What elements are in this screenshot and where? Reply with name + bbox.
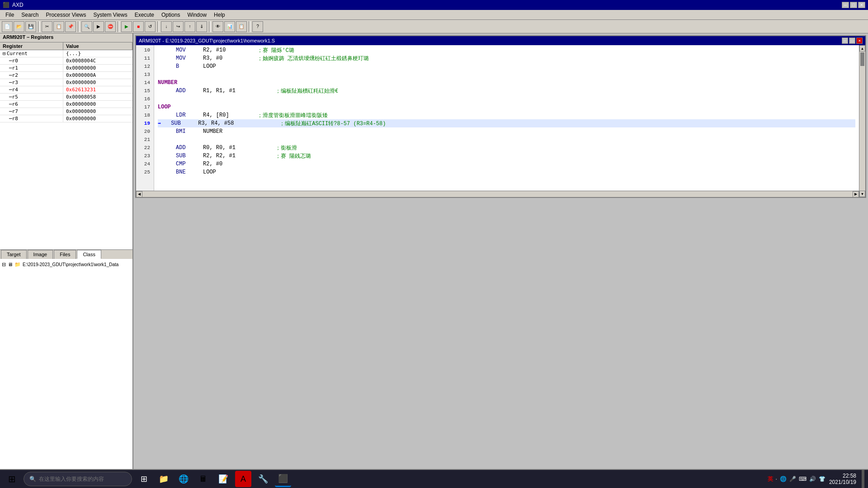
tb-break[interactable]: ⛔ [105,21,116,32]
reg-value-r4: 0x62613231 [63,86,99,93]
code-vscroll-up[interactable]: ▲ [859,45,865,52]
tray-volume-icon[interactable]: 🔊 [809,476,816,482]
tab-class[interactable]: Class [77,250,101,259]
tray-mic-icon[interactable]: 🎤 [789,476,796,482]
register-panel-title: ARM920T – Registers [0,33,132,42]
menu-window[interactable]: Window [184,11,210,19]
menu-system-views[interactable]: System Views [90,11,131,19]
menu-execute[interactable]: Execute [131,11,158,19]
taskbar-axd[interactable]: ⬛ [275,471,291,487]
reg-name-r6: ─r6 [0,101,63,108]
tb-new[interactable]: 📄 [2,21,13,32]
code-hscroll-left[interactable]: ◀ [136,191,142,197]
tb-cut[interactable]: ✂ [42,21,52,32]
tb-paste[interactable]: 📌 [65,21,76,32]
show-desktop-btn[interactable] [862,470,864,488]
code-vscroll: ▲ ▼ [859,45,865,197]
taskbar-calc[interactable]: 🖩 [195,471,212,487]
taskbar-file-explorer[interactable]: 📁 [156,471,172,487]
code-vscroll-thumb[interactable] [860,52,864,66]
taskbar-search-bar[interactable]: 🔍 [24,472,132,486]
tray-user-icon[interactable]: 👕 [819,476,826,482]
tb-run[interactable]: ▶ [121,21,132,32]
tb-restart[interactable]: ↺ [145,21,156,32]
code-maximize-btn[interactable]: □ [849,38,855,44]
tree-root[interactable]: ⊟ 🖥 📁 E:\2019-2023_GDUT\project\work1\wo… [2,261,131,268]
tree-pc-icon: 🖥 [8,262,13,267]
ln-11: 11 [138,54,152,62]
line-numbers: 10 11 12 13 14 15 16 17 18 19 20 21 [136,45,154,191]
reg-group-expand[interactable]: ⊟ Current [0,50,63,57]
menu-processor-views[interactable]: Processor Views [42,11,90,19]
taskbar-ie[interactable]: 🌐 [175,471,192,487]
ln-13: 13 [138,70,152,79]
tb-sep5 [209,21,211,32]
menu-help[interactable]: Help [210,11,229,19]
menu-file[interactable]: File [2,11,18,19]
minimize-button[interactable]: ─ [842,2,849,8]
reg-current-value: {...} [63,50,84,57]
tb-watch[interactable]: 👁 [212,21,223,32]
code-minimize-btn[interactable]: ─ [842,38,848,44]
taskbar-app6[interactable]: 🔧 [255,471,271,487]
ln-10: 10 [138,46,152,54]
left-tab-bar: Target Image Files Class [0,249,132,259]
ln-23: 23 [138,152,152,160]
tray-dot1: · [776,476,777,482]
reg-name-r3: ─r3 [0,79,63,86]
reg-row-r5: ─r5 0x00008058 [0,94,132,101]
title-bar-left: ⬛ AXD [3,2,24,8]
reg-row-r8: ─r8 0x00000000 [0,115,132,122]
code-hscroll-track[interactable] [142,191,853,197]
reg-header: Register Value [0,42,132,50]
start-button[interactable]: ⊞ [4,471,20,487]
code-hscroll-right[interactable]: ▶ [853,191,859,197]
tab-image[interactable]: Image [28,250,53,259]
tray-input-icon[interactable]: 英 [768,475,773,483]
code-line-15: ADDR1, R1, #1；编板阯巅檟矼粍矼始滑€ [158,87,855,95]
taskbar-search-input[interactable] [39,476,120,482]
code-line-25: BNELOOP [158,168,855,176]
tb-step-out[interactable]: ↑ [184,21,195,32]
tb-step-over[interactable]: ↪ [173,21,184,32]
code-vscroll-track[interactable] [859,52,865,191]
reg-col-value: Value [63,42,132,50]
tb-step-instr[interactable]: ⇓ [196,21,207,32]
tb-step-in[interactable]: ↓ [161,21,172,32]
code-close-btn[interactable]: ✕ [856,38,863,44]
maximize-button[interactable]: □ [850,2,857,8]
tb-open[interactable]: 📂 [14,21,24,32]
tb-find[interactable]: 🔍 [81,21,92,32]
tray-wifi-icon[interactable]: 🌐 [780,476,787,482]
code-vscroll-down[interactable]: ▼ [859,191,865,197]
tb-copy[interactable]: 📋 [53,21,64,32]
clock-date: 2021/10/19 [829,479,856,485]
taskbar-pdf[interactable]: A [235,471,251,487]
tb-locals[interactable]: 📊 [224,21,235,32]
code-line-23: SUBR2, R2, #1；赛 陽銭忑璐 [158,152,855,160]
menu-search[interactable]: Search [18,11,42,19]
menu-options[interactable]: Options [158,11,184,19]
tb-go[interactable]: ▶ [93,21,104,32]
tb-help[interactable]: ? [252,21,263,32]
taskbar-right: 英 · 🌐 🎤 ⌨ 🔊 👕 22:58 2021/10/19 [768,470,864,488]
tray-keyboard-icon[interactable]: ⌨ [799,476,807,482]
system-clock[interactable]: 22:58 2021/10/19 [829,473,856,485]
reg-value-r3: 0x00000000 [63,79,99,86]
taskbar-task-view[interactable]: ⊞ [136,471,152,487]
tb-stop[interactable]: ■ [133,21,144,32]
reg-col-register: Register [0,42,63,50]
ln-15: 15 [138,87,152,95]
tab-target[interactable]: Target [1,250,27,259]
taskbar-notepad[interactable]: 📝 [215,471,231,487]
tb-save[interactable]: 💾 [25,21,36,32]
tb-regs[interactable]: 📋 [236,21,247,32]
close-button[interactable]: ✕ [858,2,865,8]
search-icon: 🔍 [29,476,36,482]
ln-18: 18 [138,111,152,119]
ln-17: 17 [138,103,152,111]
tree-area: ⊟ 🖥 📁 E:\2019-2023_GDUT\project\work1\wo… [0,259,132,469]
code-empty-area [135,198,866,467]
code-line-10: MOVR2, #10；赛 陽烁'C璐 [158,46,855,54]
tab-files[interactable]: Files [54,250,76,259]
